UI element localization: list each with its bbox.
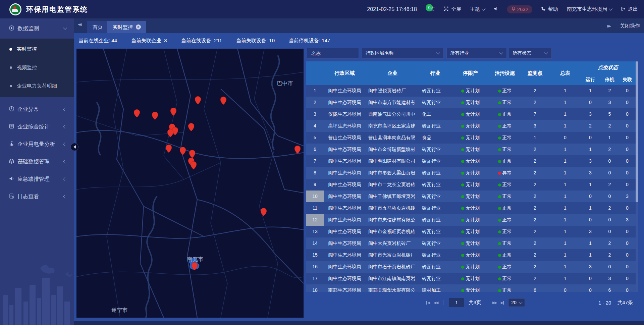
tab-scroll-left-icon[interactable]: ◀◀ bbox=[78, 22, 80, 26]
status-text: 无计划 bbox=[466, 276, 480, 281]
cell-stop: 3 bbox=[600, 273, 619, 284]
sound-toggle-button[interactable] bbox=[494, 6, 498, 12]
sidebar-item-1[interactable]: 企业综合统计 bbox=[0, 118, 74, 136]
scrollbar-thumb[interactable] bbox=[636, 61, 638, 202]
cell-region: 仪陇生态环境局 bbox=[324, 108, 366, 120]
total-pages-label: 共3页 bbox=[468, 300, 481, 306]
sidebar-item-3[interactable]: 基础数据管理 bbox=[0, 153, 74, 170]
sidebar-subitem-1[interactable]: 视频监控 bbox=[0, 58, 74, 77]
table-row[interactable]: 1阆中生态环境局阆中强锐页岩砖厂砖瓦行业无计划正常21120 bbox=[306, 85, 636, 97]
map-pin-icon[interactable] bbox=[133, 109, 140, 119]
sidebar-subitem-2[interactable]: 企业电力负荷明细 bbox=[0, 77, 74, 95]
cell-facility: 正常 bbox=[490, 120, 520, 132]
cell-industry: 砖瓦行业 bbox=[419, 237, 451, 249]
select-value: 所有状态 bbox=[513, 50, 531, 56]
sidebar-item-4[interactable]: 应急减排管理 bbox=[0, 170, 74, 188]
map-pin-icon[interactable] bbox=[220, 96, 227, 106]
cell-total: 0 bbox=[550, 284, 580, 292]
cell-stop: 2 bbox=[600, 249, 619, 261]
table-row[interactable]: 4高坪生态环境局南充市高坪区王家店建砖瓦行业无计划正常31220 bbox=[306, 120, 636, 132]
map[interactable]: 巴中市南充市遂宁市 bbox=[76, 49, 304, 318]
status-text: 正常 bbox=[502, 205, 512, 211]
table-scrollbar[interactable] bbox=[636, 61, 638, 292]
cell-points: 2 bbox=[520, 202, 550, 214]
filter-select-1[interactable]: 行政区域名称 bbox=[362, 48, 444, 59]
cell-company: 阆中市枣碧大梁山页岩 bbox=[366, 167, 419, 179]
first-page-button[interactable]: ◀ bbox=[426, 301, 429, 305]
map-pin-icon[interactable] bbox=[294, 145, 301, 155]
search-input[interactable] bbox=[311, 50, 355, 56]
map-pin-icon[interactable] bbox=[170, 107, 177, 117]
cell-region: 阆中生态环境局 bbox=[324, 237, 366, 249]
page-number-input[interactable] bbox=[449, 298, 464, 307]
table-row[interactable]: 7阆中生态环境局阆中明阳建材有限公司砖瓦行业无计划正常21300 bbox=[306, 155, 636, 167]
map-pin-icon[interactable] bbox=[179, 147, 186, 157]
app-title: 环保用电监管系统 bbox=[26, 5, 88, 14]
close-operations-button[interactable]: 关闭操作 bbox=[620, 23, 640, 29]
table-row[interactable]: 2阆中生态环境局阆中市南方节能建材有砖瓦行业无计划正常21030 bbox=[306, 97, 636, 108]
sidebar-subitem-0[interactable]: 实时监控 bbox=[0, 40, 74, 58]
map-pin-icon[interactable] bbox=[188, 123, 195, 133]
table-row[interactable]: 6阆中生态环境局阆中市金博瑞新型墙材砖瓦行业无计划正常21120 bbox=[306, 144, 636, 155]
cell-stop: 6 bbox=[600, 284, 619, 292]
sidebar-item-label: 企业异常 bbox=[17, 106, 39, 113]
app-logo-icon bbox=[9, 3, 21, 15]
map-pin-icon[interactable] bbox=[167, 129, 174, 139]
table-row[interactable]: 9阆中生态环境局阆中市二龙长宝页岩砖砖瓦行业无计划正常21120 bbox=[306, 179, 636, 191]
table-row[interactable]: 11阆中生态环境局阆中市五马桥页岩机砖砖瓦行业无计划正常21120 bbox=[306, 202, 636, 214]
sidebar-item-5[interactable]: 日志查看 bbox=[0, 188, 74, 205]
tab-home[interactable]: 首页 bbox=[87, 21, 108, 33]
cell-points: 2 bbox=[520, 273, 550, 284]
status-text: 无计划 bbox=[466, 264, 480, 269]
fullscreen-button[interactable]: 全屏 bbox=[443, 6, 461, 12]
cell-limit: 无计划 bbox=[451, 249, 490, 261]
table-row[interactable]: 8阆中生态环境局阆中市枣碧大梁山页岩砖瓦行业无计划异常21300 bbox=[306, 167, 636, 179]
tab-realtime-monitor[interactable]: 实时监控 × bbox=[107, 21, 146, 33]
table-row[interactable]: 14阆中生态环境局阆中大兴页岩机砖厂砖瓦行业无计划正常21120 bbox=[306, 237, 636, 249]
map-pin-icon[interactable] bbox=[260, 208, 267, 218]
table-row[interactable]: 10阆中生态环境局阆中千佛镇五郎垭页岩砖瓦行业无计划正常21003 bbox=[306, 191, 636, 202]
cell-idx: 15 bbox=[306, 249, 324, 261]
prev-page-button[interactable]: ◀◀ bbox=[433, 301, 438, 305]
map-collapse-button[interactable] bbox=[70, 143, 78, 151]
organization-dropdown[interactable]: 南充市生态环境局 bbox=[567, 6, 612, 12]
last-page-button[interactable]: ▶ bbox=[501, 301, 504, 305]
total-count-label: 共47条 bbox=[617, 300, 633, 306]
table-row[interactable]: 13阆中生态环境局阆中市金福旺页岩机砖砖瓦行业无计划正常21300 bbox=[306, 226, 636, 237]
table-row[interactable]: 15阆中生态环境局阆中市光富页岩机砖厂砖瓦行业无计划正常21120 bbox=[306, 249, 636, 261]
sidebar-item-0[interactable]: 企业异常 bbox=[0, 101, 74, 118]
page-size-select[interactable]: 20 bbox=[508, 298, 525, 307]
cell-lost: 0 bbox=[619, 85, 636, 97]
table-row[interactable]: 5营山生态环境局营山县润丰肉食品有限食品无计划正常10010 bbox=[306, 132, 636, 144]
notification-badge[interactable]: 2632 bbox=[507, 5, 532, 13]
cell-industry: 砖瓦行业 bbox=[419, 226, 451, 237]
map-pin-icon[interactable] bbox=[165, 144, 172, 154]
cell-total: 1 bbox=[550, 214, 580, 226]
map-pin-icon[interactable] bbox=[195, 96, 201, 106]
help-button[interactable]: 帮助 bbox=[541, 6, 558, 12]
table-row[interactable]: 12阆中生态环境局阆中市忠信建材有限公砖瓦行业无计划正常21003 bbox=[306, 214, 636, 226]
tab-scroll-right-icon[interactable]: ▶▶ bbox=[607, 24, 610, 28]
map-pin-icon[interactable] bbox=[190, 161, 197, 171]
notification-count: 2632 bbox=[517, 6, 528, 12]
sub-header-stop: 停机 bbox=[600, 76, 619, 83]
sidebar-item-data-monitor[interactable]: 数据监测 bbox=[0, 18, 74, 39]
table-row[interactable]: 16阆中生态环境局阆中市石子页岩机砖厂砖瓦行业无计划正常21300 bbox=[306, 261, 636, 273]
map-pin-icon[interactable] bbox=[191, 262, 198, 272]
column-header-limit: 停限产 bbox=[451, 61, 490, 85]
cell-stop: 2 bbox=[600, 202, 619, 214]
status-dot-green bbox=[498, 183, 501, 186]
cell-limit: 无计划 bbox=[451, 167, 490, 179]
close-tab-icon[interactable]: × bbox=[136, 24, 141, 30]
table-row[interactable]: 17阆中生态环境局阆中市江南镇阆南页岩砖瓦行业无计划正常21030 bbox=[306, 273, 636, 284]
table-row[interactable]: 3仪陇生态环境局西南油气田分公司川中化工无计划正常71350 bbox=[306, 108, 636, 120]
theme-dropdown[interactable]: 主题 bbox=[470, 6, 485, 12]
logout-button[interactable]: 退出 bbox=[621, 6, 638, 12]
next-page-button[interactable]: ▶▶ bbox=[492, 301, 497, 305]
status-dot-green bbox=[461, 277, 464, 280]
map-pin-icon[interactable] bbox=[152, 111, 158, 121]
filter-select-2[interactable]: 所有行业 bbox=[446, 48, 507, 59]
table-row[interactable]: 18南部生态环境局南部县瑞华水泥有限公建材加工无计划正常60060 bbox=[306, 284, 636, 292]
filter-select-3[interactable]: 所有状态 bbox=[509, 48, 552, 59]
sidebar-item-2[interactable]: 企业用电量分析 bbox=[0, 136, 74, 153]
